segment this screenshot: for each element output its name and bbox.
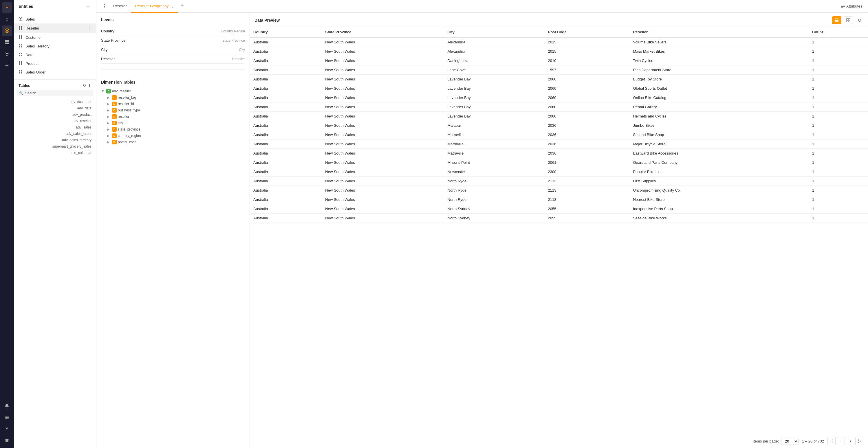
attributes-button[interactable]: Attributes [840, 4, 862, 9]
expand-icon[interactable]: ▶ [107, 102, 111, 106]
table-cell: North Ryde [444, 195, 545, 204]
sidebar-item-sales-order[interactable]: Sales Order [14, 68, 96, 76]
list-item[interactable]: supermart_grocery_sales [14, 143, 96, 150]
dim-child-country-region: ▶ D country_region [107, 133, 245, 139]
table-row: AustraliaNew South WalesLavender Bay2060… [250, 102, 868, 112]
refresh-tables-icon[interactable]: ↻ [83, 83, 86, 88]
list-item[interactable]: time_calendar [14, 150, 96, 156]
table-cell: Twin Cycles [629, 56, 809, 65]
dim-child-city: ▶ D city [107, 120, 245, 126]
sidebar-item-product[interactable]: Product [14, 59, 96, 68]
child-name: city [118, 121, 123, 125]
table-cell: 2036 [545, 130, 630, 139]
expand-icon[interactable]: ▶ [107, 140, 111, 144]
table-cell: Lavender Bay [444, 84, 545, 93]
svg-rect-39 [19, 72, 20, 73]
table-row: AustraliaNew South WalesMatraville2036Ea… [250, 149, 868, 158]
svg-rect-34 [21, 61, 22, 63]
add-tab-button[interactable]: + [178, 0, 186, 13]
svg-rect-45 [848, 19, 850, 20]
table-view-button[interactable] [832, 16, 841, 24]
table-header: Country State Province City Post Code Re… [250, 27, 868, 37]
tab-reseller-geography-label: Reseller Geography [135, 4, 169, 8]
settings-icon[interactable] [2, 435, 12, 446]
expand-icon[interactable]: ▶ [107, 127, 111, 131]
table-cell: Australia [250, 158, 322, 167]
sliders-icon[interactable] [2, 412, 12, 422]
sidebar-item-date[interactable]: Date [14, 50, 96, 59]
list-item[interactable]: adv_sales_order [14, 130, 96, 137]
chart-icon[interactable] [2, 60, 12, 71]
tab-reseller-geography-more-icon[interactable]: ⋮ [170, 4, 174, 8]
svg-rect-28 [21, 46, 22, 47]
dim-child-reseller-id: ▶ D reseller_id [107, 101, 245, 107]
table-cell: Jumbo Bikes [629, 121, 809, 130]
list-item[interactable]: adv_sales_territory [14, 137, 96, 143]
table-cell: Helmets and Cycles [629, 112, 809, 121]
table-cell: 2015 [545, 47, 630, 56]
tab-reseller-geography[interactable]: Reseller Geography ⋮ [131, 0, 179, 13]
grid-view-button[interactable] [844, 16, 853, 24]
table-cell: 1 [809, 149, 868, 158]
prev-page-button[interactable]: ⟨ [837, 437, 845, 445]
table-cell: New South Wales [322, 167, 444, 177]
list-item[interactable]: adv_reseller [14, 118, 96, 124]
list-item[interactable]: adv_sales [14, 124, 96, 130]
table-cell: Australia [250, 177, 322, 186]
grid-icon[interactable] [2, 37, 12, 47]
table-cell: 2036 [545, 149, 630, 158]
table-cell: Australia [250, 56, 322, 65]
col-header-country: Country [250, 27, 322, 37]
table-cell: Australia [250, 204, 322, 214]
svg-rect-27 [19, 46, 20, 47]
table-cell: 1 [809, 56, 868, 65]
pagination: Items per page: 10 20 50 100 1 – 20 of 7… [250, 434, 868, 448]
tab-options-icon[interactable]: ⋮ [100, 3, 109, 9]
entity-icon[interactable] [2, 26, 12, 36]
child-name: reseller_key [118, 96, 137, 100]
cart-icon[interactable] [2, 49, 12, 59]
per-page-select[interactable]: 10 20 50 100 [781, 438, 799, 445]
add-entity-button[interactable]: + [85, 3, 92, 10]
sidebar-item-sales[interactable]: Sales [14, 15, 96, 24]
refresh-preview-button[interactable]: ↻ [855, 16, 863, 24]
sidebar-item-customer[interactable]: Customer [14, 33, 96, 42]
expand-icon[interactable]: ▶ [107, 134, 111, 138]
last-page-button[interactable]: ⟩⟩ [855, 437, 863, 445]
col-header-city: City [444, 27, 545, 37]
table-row: AustraliaNew South WalesMalabar2036Jumbo… [250, 121, 868, 130]
items-per-page-label: Items per page: [753, 439, 779, 443]
next-page-button[interactable]: ⟩ [846, 437, 854, 445]
plus-icon[interactable]: + [2, 2, 12, 13]
antenna-icon[interactable] [2, 424, 12, 434]
expand-icon[interactable]: ▶ [107, 115, 111, 119]
sidebar-item-reseller[interactable]: Reseller ⋮ [14, 24, 96, 33]
table-list: adv_customer adv_date adv_product adv_re… [14, 98, 96, 157]
expand-root-icon[interactable]: ▼ [101, 89, 105, 93]
table-cell: Lavender Bay [444, 75, 545, 84]
table-cell: New South Wales [322, 130, 444, 139]
svg-rect-5 [7, 42, 9, 44]
tab-reseller[interactable]: Reseller [109, 0, 131, 13]
table-cell: Lane Cove [444, 65, 545, 75]
table-cell: First Supplies [629, 177, 809, 186]
search-input[interactable] [25, 91, 91, 95]
list-item[interactable]: adv_product [14, 111, 96, 118]
sidebar-item-sales-territory[interactable]: Sales Territory [14, 42, 96, 50]
reseller-more-icon[interactable]: ⋮ [87, 26, 92, 31]
page-info: 1 – 20 of 702 [802, 439, 824, 443]
download-tables-icon[interactable]: ⬇ [88, 83, 92, 88]
expand-icon[interactable]: ▶ [107, 121, 111, 125]
home-icon[interactable]: ⌂ [2, 14, 12, 24]
list-item[interactable]: adv_date [14, 105, 96, 111]
levels-title: Levels [101, 18, 245, 22]
sales-territory-label: Sales Territory [26, 44, 92, 48]
expand-icon[interactable]: ▶ [107, 108, 111, 112]
list-item[interactable]: adv_customer [14, 99, 96, 105]
bell-icon[interactable] [2, 401, 12, 411]
first-page-button[interactable]: ⟨⟨ [828, 437, 836, 445]
table-body: AustraliaNew South WalesAlexandria2015Vo… [250, 37, 868, 223]
table-cell: New South Wales [322, 47, 444, 56]
expand-icon[interactable]: ▶ [107, 96, 111, 100]
table-cell: 2060 [545, 75, 630, 84]
